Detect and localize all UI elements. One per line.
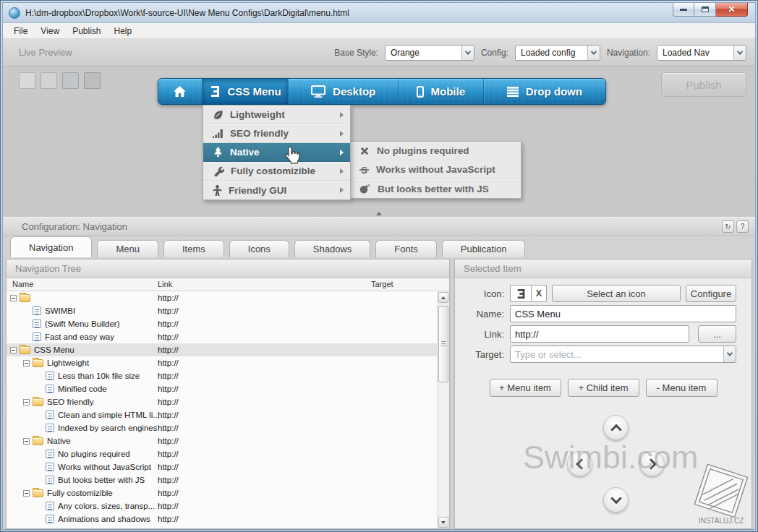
menubar-item-view[interactable]: View: [34, 24, 66, 38]
tab-fonts[interactable]: Fonts: [375, 240, 437, 257]
subsubmenu-item-no-plugins[interactable]: No plugins required: [350, 142, 521, 160]
name-input[interactable]: [510, 305, 736, 322]
base-style-select[interactable]: Orange: [385, 45, 474, 61]
tree-item-link: http://: [158, 502, 179, 510]
move-down-button[interactable]: [603, 487, 629, 512]
select-icon-button[interactable]: Select an icon: [552, 285, 681, 302]
leaf-icon: [213, 110, 223, 120]
publish-button[interactable]: Publish: [661, 72, 746, 97]
tree-row[interactable]: Native http://: [7, 434, 449, 447]
tree-expander[interactable]: [10, 347, 17, 353]
splitter-collapse-button[interactable]: [363, 210, 395, 217]
tab-navigation[interactable]: Navigation: [10, 236, 92, 257]
tree-item-icon: [46, 476, 54, 484]
tree-item-name: But looks better with JS: [58, 476, 145, 484]
tree-row[interactable]: Any colors, sizes, transp... http://: [7, 499, 449, 512]
tree-row[interactable]: CSS Menu http://: [7, 343, 449, 356]
menu-item-label: Desktop: [333, 85, 375, 98]
tab-menu[interactable]: Menu: [97, 240, 158, 257]
target-combobox[interactable]: [510, 346, 736, 363]
style-swatch[interactable]: [84, 72, 101, 89]
browse-button[interactable]: ...: [698, 325, 736, 343]
tree-column-headers: Name Link Target: [7, 278, 449, 291]
maximize-button[interactable]: [694, 3, 716, 17]
tree-expander[interactable]: [23, 438, 30, 445]
submenu-arrow-icon: [340, 187, 344, 193]
scroll-up-button[interactable]: [438, 292, 448, 303]
tree-row[interactable]: Fast and easy way http://: [7, 330, 449, 343]
style-swatch[interactable]: [41, 72, 57, 89]
menu-item-css-menu[interactable]: CSS Menu: [202, 79, 289, 104]
target-input[interactable]: [511, 346, 723, 362]
clear-icon-button[interactable]: X: [532, 285, 547, 302]
tree-expander[interactable]: [23, 360, 30, 366]
menu-item-dropdown[interactable]: Drop down: [483, 79, 605, 104]
tab-publication[interactable]: Publication: [442, 240, 526, 257]
submenu-item-lightweight[interactable]: Lightweight: [203, 106, 350, 124]
menubar-item-help[interactable]: Help: [108, 24, 139, 38]
subsubmenu-item-works-without-js[interactable]: S Works without JavaScript: [350, 160, 521, 179]
tree-item-icon: [46, 385, 54, 393]
tab-items[interactable]: Items: [163, 240, 224, 257]
tree-row[interactable]: Animations and shadows http://: [7, 512, 449, 525]
menu-item-mobile[interactable]: Mobile: [398, 79, 483, 104]
move-up-button[interactable]: [603, 415, 629, 440]
tree-item-name: Animations and shadows: [58, 515, 150, 523]
submenu-item-friendly-gui[interactable]: Friendly GUI: [203, 181, 350, 200]
style-swatch[interactable]: [19, 72, 35, 89]
scroll-down-button[interactable]: [438, 517, 448, 528]
subsubmenu-item-better-with-js[interactable]: But looks better with JS: [350, 179, 521, 198]
tree-item-link: http://: [158, 372, 179, 380]
submenu-item-seo-friendly[interactable]: SEO friendly: [203, 124, 350, 143]
tab-icons[interactable]: Icons: [229, 240, 289, 257]
tree-scrollbar[interactable]: [437, 291, 449, 528]
submenu-arrow-icon: [340, 168, 344, 174]
window-title: H:\dm-dropbox\Dropbox\Work\f-source-UI\N…: [25, 8, 349, 18]
submenu-item-native[interactable]: Native: [203, 143, 350, 162]
add-menu-item-button[interactable]: + Menu item: [490, 379, 561, 397]
tree-row[interactable]: http://: [7, 291, 449, 304]
tree-row[interactable]: But looks better with JS http://: [7, 473, 449, 486]
tree-row[interactable]: SEO friendly http://: [7, 395, 449, 408]
tree-row[interactable]: Minified code http://: [7, 382, 449, 395]
close-button[interactable]: ✕: [716, 3, 748, 17]
tree-row[interactable]: Lightweight http://: [7, 356, 449, 369]
chevron-up-icon: [610, 424, 622, 435]
menu-item-desktop[interactable]: Desktop: [288, 79, 398, 104]
tree-row[interactable]: (Swift Menu Builder) http://: [7, 317, 449, 330]
tree-row[interactable]: No plugins required http://: [7, 447, 449, 460]
link-label: Link:: [455, 329, 510, 340]
minimize-button[interactable]: [673, 3, 694, 17]
submenu-item-fully-costomizible[interactable]: Fully costomizible: [203, 162, 350, 181]
tree-row[interactable]: Less than 10k file size http://: [7, 369, 449, 382]
tree-row[interactable]: Works without JavaScript http://: [7, 460, 449, 473]
tree-expander[interactable]: [10, 295, 17, 301]
column-header-link: Link: [158, 280, 172, 288]
submenu-arrow-icon: [340, 150, 344, 155]
configure-button[interactable]: Configure: [686, 285, 736, 302]
help-button[interactable]: ?: [736, 220, 749, 233]
link-input[interactable]: [510, 325, 689, 343]
navigation-select[interactable]: Loaded Nav: [657, 45, 746, 61]
tree-row[interactable]: SWIMBI http://: [7, 304, 449, 317]
tree-row[interactable]: Indexed by search engines http://: [7, 421, 449, 434]
tree-row[interactable]: Fully costomizible http://: [7, 486, 449, 499]
tree-item-name: Fast and easy way: [45, 332, 114, 341]
configuration-title: Configuration: Navigation: [22, 221, 127, 232]
tab-shadows[interactable]: Shadows: [294, 240, 370, 257]
submenu-arrow-icon: [340, 112, 344, 118]
tree-row[interactable]: Clean and simple HTML li... http://: [7, 408, 449, 421]
tree-expander[interactable]: [23, 490, 30, 497]
menubar-item-file[interactable]: File: [7, 24, 34, 38]
navigation-tree: http:// SWIMBI http://: [7, 291, 449, 528]
menubar-item-publish[interactable]: Publish: [66, 24, 107, 38]
remove-menu-item-button[interactable]: - Menu item: [646, 379, 717, 397]
tree-expander[interactable]: [23, 399, 30, 406]
menu-item-home[interactable]: [158, 79, 202, 104]
config-select[interactable]: Loaded config: [515, 45, 600, 61]
refresh-button[interactable]: ↻: [722, 220, 734, 233]
scroll-thumb[interactable]: [438, 306, 448, 382]
chart-icon: [213, 129, 223, 138]
add-child-item-button[interactable]: + Child item: [568, 379, 639, 397]
style-swatch[interactable]: [62, 72, 79, 89]
